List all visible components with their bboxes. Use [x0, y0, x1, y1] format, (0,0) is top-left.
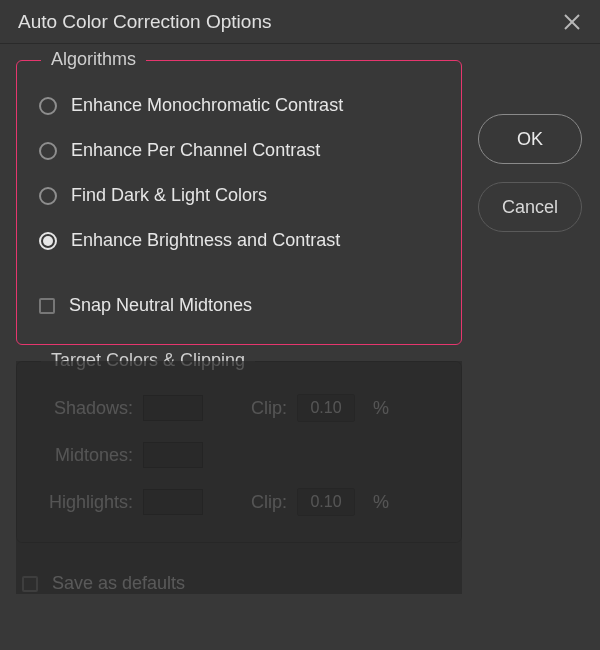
radio-icon: [39, 232, 57, 250]
radio-label: Find Dark & Light Colors: [71, 185, 267, 206]
close-icon: [563, 13, 581, 31]
highlights-swatch[interactable]: [143, 489, 203, 515]
algorithm-option-monochromatic[interactable]: Enhance Monochromatic Contrast: [37, 83, 441, 128]
radio-label: Enhance Per Channel Contrast: [71, 140, 320, 161]
target-legend: Target Colors & Clipping: [41, 350, 255, 371]
ok-button[interactable]: OK: [478, 114, 582, 164]
algorithms-fieldset: Algorithms Enhance Monochromatic Contras…: [16, 60, 462, 345]
save-defaults[interactable]: Save as defaults: [16, 559, 462, 594]
algorithm-option-per-channel[interactable]: Enhance Per Channel Contrast: [37, 128, 441, 173]
highlights-label: Highlights:: [41, 492, 133, 513]
radio-label: Enhance Monochromatic Contrast: [71, 95, 343, 116]
shadows-label: Shadows:: [41, 398, 133, 419]
algorithms-legend: Algorithms: [41, 49, 146, 70]
main-column: Algorithms Enhance Monochromatic Contras…: [16, 60, 462, 594]
close-button[interactable]: [560, 10, 584, 34]
radio-icon: [39, 142, 57, 160]
checkbox-label: Snap Neutral Midtones: [69, 295, 252, 316]
target-fieldset: Target Colors & Clipping Shadows: Clip: …: [16, 361, 462, 543]
snap-neutral-midtones[interactable]: Snap Neutral Midtones: [37, 283, 441, 328]
checkbox-icon: [39, 298, 55, 314]
cancel-button-label: Cancel: [502, 197, 558, 218]
algorithm-option-dark-light[interactable]: Find Dark & Light Colors: [37, 173, 441, 218]
checkbox-icon: [22, 576, 38, 592]
cancel-button[interactable]: Cancel: [478, 182, 582, 232]
radio-label: Enhance Brightness and Contrast: [71, 230, 340, 251]
save-defaults-label: Save as defaults: [52, 573, 185, 594]
shadows-swatch[interactable]: [143, 395, 203, 421]
dimmed-section: Target Colors & Clipping Shadows: Clip: …: [16, 361, 462, 594]
highlights-clip-input[interactable]: 0.10: [297, 488, 355, 516]
midtones-row: Midtones:: [37, 432, 441, 478]
dialog-title: Auto Color Correction Options: [18, 11, 271, 33]
highlights-row: Highlights: Clip: 0.10 %: [37, 478, 441, 526]
radio-icon: [39, 97, 57, 115]
midtones-swatch[interactable]: [143, 442, 203, 468]
dialog-body: Algorithms Enhance Monochromatic Contras…: [0, 44, 600, 610]
algorithm-option-brightness-contrast[interactable]: Enhance Brightness and Contrast: [37, 218, 441, 263]
midtones-label: Midtones:: [41, 445, 133, 466]
title-bar: Auto Color Correction Options: [0, 0, 600, 44]
ok-button-label: OK: [517, 129, 543, 150]
highlights-clip-label: Clip:: [243, 492, 287, 513]
radio-icon: [39, 187, 57, 205]
percent-label: %: [373, 492, 389, 513]
shadows-clip-label: Clip:: [243, 398, 287, 419]
shadows-clip-input[interactable]: 0.10: [297, 394, 355, 422]
shadows-row: Shadows: Clip: 0.10 %: [37, 384, 441, 432]
side-buttons: OK Cancel: [478, 114, 582, 232]
percent-label: %: [373, 398, 389, 419]
